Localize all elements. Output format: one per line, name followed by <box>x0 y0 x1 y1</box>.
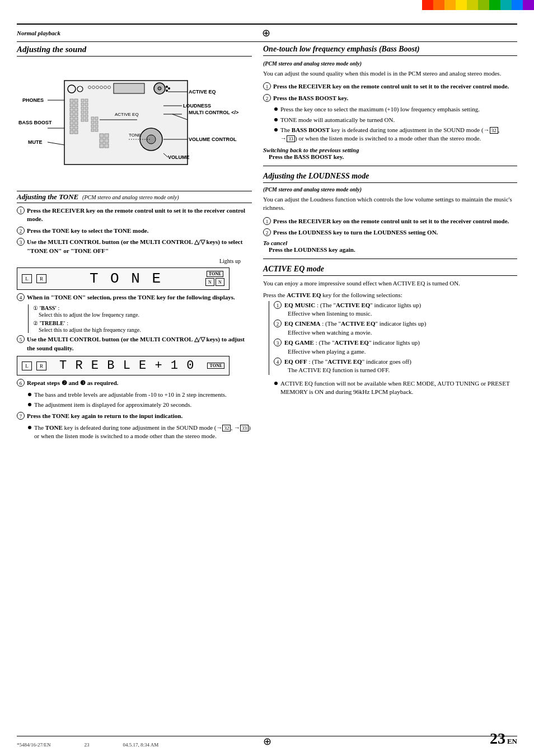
bass-treble-bracket: ① 'BASS' : Select this to adjust the low… <box>28 304 252 333</box>
active-eq-note: ACTIVE EQ function will not be available… <box>280 379 517 397</box>
svg-line-72 <box>48 142 64 145</box>
svg-rect-22 <box>74 112 78 116</box>
page-number-area: 23 EN <box>490 730 517 748</box>
svg-rect-26 <box>74 121 78 125</box>
svg-rect-16 <box>74 99 78 102</box>
loudness-intro: You can adjust the Loudness function whi… <box>263 195 517 213</box>
svg-rect-53 <box>100 139 104 143</box>
svg-text:MULTI CONTROL </>: MULTI CONTROL </> <box>189 110 238 115</box>
svg-rect-27 <box>70 126 73 129</box>
loudness-step1-circle: 1 <box>263 217 271 225</box>
switching-back-text: Press the BASS BOOST key. <box>269 153 344 160</box>
svg-rect-36 <box>85 107 88 110</box>
bb-step1-circle: 1 <box>263 82 271 90</box>
step6-circle: 6 <box>17 379 25 387</box>
tone-indicator-area: TONE N N <box>205 271 224 286</box>
page-num-suffix: EN <box>507 737 517 746</box>
active-eq-title: ACTIVE EQ mode <box>263 265 517 276</box>
step4-text: When in "TONE ON" selection, press the T… <box>27 293 235 302</box>
footer-page: 23 <box>85 742 90 748</box>
svg-rect-44 <box>95 117 98 120</box>
svg-rect-25 <box>70 121 73 125</box>
bottom-border-line <box>17 736 517 736</box>
tone-section-title: Adjusting the TONE <box>17 192 78 201</box>
display-l-box: L <box>22 274 32 283</box>
treble-tone-indicator: TONE <box>207 363 224 369</box>
svg-rect-28 <box>74 126 78 129</box>
step7-text: Press the TONE key again to return to th… <box>27 412 182 420</box>
eq-game-desc: Effective when playing a game. <box>288 348 366 355</box>
svg-rect-48 <box>95 125 98 128</box>
svg-text:TONE: TONE <box>129 133 141 138</box>
bb-step2-text: Press the BASS BOOST key. <box>273 94 348 102</box>
section-header: Normal playback <box>17 30 60 36</box>
svg-rect-31 <box>81 99 84 102</box>
step6-text: Repeat steps ❷ and ❸ as required. <box>27 379 119 387</box>
svg-rect-52 <box>105 134 109 138</box>
svg-rect-19 <box>70 108 73 111</box>
bass-boost-intro: You can adjust the sound quality when th… <box>263 69 517 78</box>
loudness-step2-circle: 2 <box>263 228 271 236</box>
footer-part-num: *5484/16-27/EN <box>17 742 51 748</box>
svg-rect-38 <box>85 111 88 114</box>
tone-indicator-label: TONE <box>207 271 224 277</box>
bb-bullet1: Press the key once to select the maximum… <box>274 105 517 114</box>
eq-cinema-num: 2 <box>274 320 282 327</box>
compass-center: ⊕ <box>262 27 270 39</box>
svg-rect-35 <box>81 107 84 110</box>
svg-rect-54 <box>105 139 109 143</box>
svg-rect-18 <box>74 104 78 107</box>
svg-rect-20 <box>74 108 78 111</box>
svg-rect-49 <box>91 129 94 132</box>
svg-text:VOLUME: VOLUME <box>168 154 190 160</box>
svg-rect-55 <box>100 144 104 148</box>
bass-boost-section: One-touch low frequency emphasis (Bass B… <box>263 45 517 160</box>
bullet2-icon <box>28 403 31 406</box>
active-eq-key: ACTIVE EQ <box>287 292 321 298</box>
svg-rect-30 <box>74 130 78 134</box>
device-diagram: ACTIVE EQ PHONES MULTI CONTROL </> VOLUM… <box>17 61 252 185</box>
eq-game-name: EQ GAME <box>284 339 314 346</box>
step5-text: Use the MULTI CONTROL button (or the MUL… <box>27 335 252 353</box>
svg-text:BASS BOOST: BASS BOOST <box>18 120 52 125</box>
svg-rect-21 <box>70 112 73 116</box>
eq-off-num: 4 <box>274 358 282 365</box>
tone-subtitle: (PCM stereo and analog stereo mode only) <box>82 194 179 200</box>
bass-boost-title: One-touch low frequency emphasis (Bass B… <box>263 45 517 56</box>
svg-rect-9 <box>114 83 144 93</box>
active-eq-intro: You can enjoy a more impressive sound ef… <box>263 279 517 288</box>
svg-text:VOLUME CONTROL: VOLUME CONTROL <box>189 137 237 142</box>
bb-step2-circle: 2 <box>263 94 271 102</box>
eq-off-desc: The ACTIVE EQ function is turned OFF. <box>288 367 390 373</box>
display-n1: N <box>205 278 214 286</box>
step2-circle: 2 <box>17 227 25 234</box>
tone-step-3: 3 Use the MULTI CONTROL button (or the M… <box>17 238 252 255</box>
tone-step-4: 4 When in "TONE ON" selection, press the… <box>17 293 252 302</box>
tone-step-2: 2 Press the TONE key to select the TONE … <box>17 227 252 235</box>
svg-rect-34 <box>85 103 88 106</box>
loudness-subtitle: (PCM stereo and analog stereo mode only) <box>263 186 517 192</box>
step7-circle: 7 <box>17 412 25 420</box>
svg-rect-17 <box>70 104 73 107</box>
eq-cinema-desc: Effective when watching a movie. <box>288 329 372 336</box>
active-eq-note-item: ACTIVE EQ function will not be available… <box>274 379 517 397</box>
switching-back-title: Switching back to the previous setting <box>263 147 359 153</box>
lights-up-label: Lights up <box>17 258 252 264</box>
top-color-bar <box>422 0 534 10</box>
eq-off-name: EQ OFF <box>284 358 307 365</box>
svg-text:LOUDNESS: LOUDNESS <box>183 103 211 109</box>
active-eq-note-bullet <box>274 382 278 385</box>
bb-bullet3-icon <box>274 128 278 132</box>
treble-option: ② 'TREBLE' : Select this to adjust the h… <box>33 320 252 333</box>
active-eq-press: Press the ACTIVE EQ key for the followin… <box>263 292 517 298</box>
treble-display-text: T R E B L E + 1 0 <box>46 359 207 373</box>
bottom-compass: ⊕ <box>263 735 271 748</box>
treble-tone-label: TONE <box>207 363 224 369</box>
tone-section: Adjusting the TONE (PCM stereo and analo… <box>17 191 252 440</box>
bb-bullet3: The BASS BOOST key is defeated during to… <box>274 126 517 143</box>
adjusting-sound-section: Adjusting the sound <box>17 45 252 440</box>
step2-text: Press the TONE key to select the TONE mo… <box>27 227 148 235</box>
device-svg: ACTIVE EQ PHONES MULTI CONTROL </> VOLUM… <box>17 61 241 184</box>
step3-text: Use the MULTI CONTROL button (or the MUL… <box>27 238 252 255</box>
svg-rect-33 <box>81 103 84 106</box>
